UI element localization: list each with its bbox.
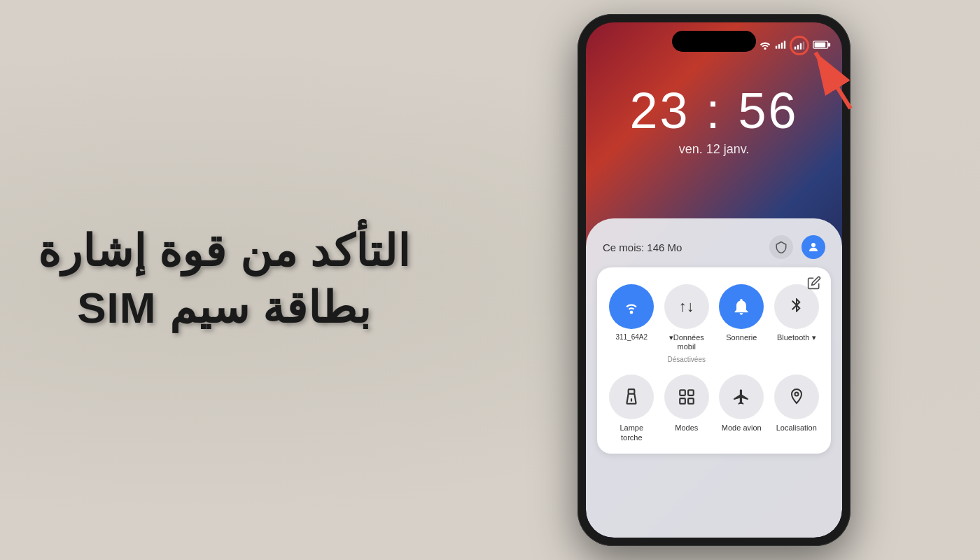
cc-airplane-btn[interactable] [719,374,764,419]
right-section: 23 : 56 ven. 12 janv. Ce mois: 146 Mo [448,0,980,560]
cc-torch-label: Lampe torche [608,424,655,442]
person-icon[interactable] [802,235,825,259]
svg-point-13 [811,243,816,247]
svg-rect-14 [629,390,635,395]
cc-bluetooth-item[interactable]: Bluetooth ▾ [774,284,820,363]
cc-mobiledata-btn[interactable]: ↑↓ [664,284,709,329]
cc-location-label: Localisation [776,424,817,433]
cc-location-item[interactable]: Localisation [774,374,820,442]
svg-rect-5 [784,41,785,48]
cc-sonnerie-btn[interactable] [719,284,764,329]
wifi-status-icon [759,40,771,52]
svg-rect-19 [688,399,694,405]
red-arrow-icon [802,38,872,115]
dynamic-island [672,31,756,52]
cc-location-btn[interactable] [774,374,819,419]
cc-modes-item[interactable]: Modes [664,374,710,442]
cc-airplane-label: Mode avion [722,424,762,433]
svg-line-1 [816,52,850,108]
svg-rect-16 [680,391,685,396]
edit-button[interactable] [807,276,821,293]
cc-wifi-item[interactable]: 311_64A2 [608,284,655,363]
cc-mobiledata-sublabel: Désactivées [668,356,706,363]
cc-modes-btn[interactable] [664,374,709,419]
svg-rect-17 [688,391,694,396]
svg-rect-18 [680,399,685,405]
svg-rect-3 [778,44,780,48]
left-section: التأكد من قوة إشارة بطاقة سيم SIM [0,0,448,560]
cc-sonnerie-label: Sonnerie [726,333,757,342]
cc-card: 311_64A2 ↑↓ ▾Données mobil Désactivées [597,267,831,454]
control-panel: Ce mois: 146 Mo [586,218,842,538]
clock-date: ven. 12 janv. [586,142,842,157]
svg-rect-4 [781,42,783,48]
shield-icon[interactable] [769,235,793,259]
cc-grid-row2: Lampe torche [608,374,820,442]
cc-wifi-btn[interactable] [609,284,654,329]
cc-torch-btn[interactable] [609,374,654,419]
arabic-title: التأكد من قوة إشارة بطاقة سيم SIM [38,223,410,336]
cc-mobiledata-label: ▾Données mobil [664,333,710,351]
cc-sonnerie-item[interactable]: Sonnerie [718,284,765,363]
svg-point-20 [794,393,798,396]
cc-wifi-label: 311_64A2 [615,333,648,342]
data-usage-text: Ce mois: 146 Mo [603,241,682,253]
data-usage-icons [769,235,825,259]
cc-modes-label: Modes [675,424,698,433]
cc-bluetooth-label: Bluetooth ▾ [777,333,816,342]
cc-grid-row1: 311_64A2 ↑↓ ▾Données mobil Désactivées [608,284,820,363]
cc-mobiledata-item[interactable]: ↑↓ ▾Données mobil Désactivées [664,284,710,363]
data-usage-row: Ce mois: 146 Mo [597,230,831,267]
cc-airplane-item[interactable]: Mode avion [718,374,765,442]
cc-torch-item[interactable]: Lampe torche [608,374,655,442]
arabic-line1: التأكد من قوة إشارة [38,227,410,275]
arabic-line2: بطاقة سيم SIM [77,284,371,332]
svg-rect-2 [776,46,777,48]
signal-bar1-icon [775,40,786,52]
